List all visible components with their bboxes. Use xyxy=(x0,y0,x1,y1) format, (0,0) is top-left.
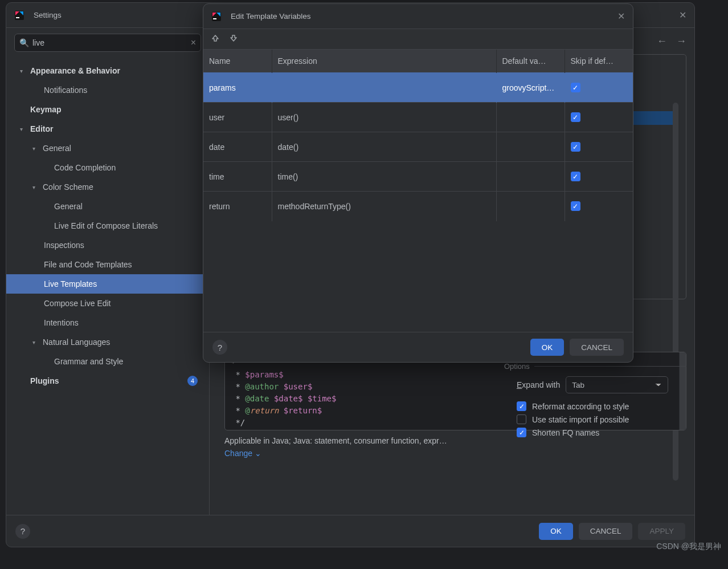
intellij-icon xyxy=(211,11,222,22)
variables-table: Name Expression Default va… Skip if def…… xyxy=(203,50,633,221)
cell-skip[interactable] xyxy=(565,103,633,132)
cell-default[interactable] xyxy=(496,192,565,221)
tree-plugins[interactable]: Plugins4 xyxy=(6,371,209,391)
cell-default[interactable]: groovyScript… xyxy=(496,73,565,103)
table-row[interactable]: datedate() xyxy=(203,132,633,162)
table-header: Name Expression Default va… Skip if def… xyxy=(203,50,633,73)
move-up-icon[interactable] xyxy=(211,34,224,44)
expand-with-select[interactable]: Tab xyxy=(566,376,668,393)
col-default[interactable]: Default va… xyxy=(496,50,565,73)
cell-expression[interactable]: time() xyxy=(272,162,496,192)
settings-tree: ▾Appearance & Behavior Notifications Key… xyxy=(6,58,209,515)
table-row[interactable]: returnmethodReturnType() xyxy=(203,192,633,221)
settings-sidebar: 🔍 × ▾Appearance & Behavior Notifications… xyxy=(6,28,210,515)
opt-reformat[interactable]: Reformat according to style xyxy=(517,401,686,411)
nav-forward-icon[interactable]: → xyxy=(676,35,686,47)
cell-skip[interactable] xyxy=(565,132,633,162)
tree-grammar-style[interactable]: Grammar and Style xyxy=(6,352,209,371)
chevron-down-icon: ⌄ xyxy=(255,449,261,458)
tree-intentions[interactable]: Intentions xyxy=(6,313,209,332)
checkbox-icon xyxy=(517,428,526,437)
dialog-footer: ? OK CANCEL xyxy=(203,332,633,362)
table-row[interactable]: useruser() xyxy=(203,103,633,132)
tree-general[interactable]: ▾General xyxy=(6,139,209,158)
settings-button-bar: ? OK CANCEL APPLY xyxy=(6,515,694,547)
help-icon[interactable]: ? xyxy=(15,524,30,539)
cell-name[interactable]: time xyxy=(203,162,272,192)
tree-inspections[interactable]: Inspections xyxy=(6,235,209,255)
tree-notifications[interactable]: Notifications xyxy=(6,80,209,100)
clear-search-icon[interactable]: × xyxy=(191,38,196,48)
tree-code-completion[interactable]: Code Completion xyxy=(6,158,209,177)
plugins-badge: 4 xyxy=(187,376,198,386)
expand-with-label: Expand with xyxy=(517,380,560,389)
dialog-close-icon[interactable]: ✕ xyxy=(617,11,625,22)
settings-ok-button[interactable]: OK xyxy=(539,523,573,540)
cell-name[interactable]: params xyxy=(203,73,272,103)
tree-color-scheme[interactable]: ▾Color Scheme xyxy=(6,177,209,197)
svg-rect-1 xyxy=(16,17,19,18)
cell-name[interactable]: user xyxy=(203,103,272,132)
code-line: */ xyxy=(231,418,245,427)
expand-with-row: Expand with Tab xyxy=(517,376,686,393)
table-row[interactable]: timetime() xyxy=(203,162,633,192)
dialog-ok-button[interactable]: OK xyxy=(530,339,565,356)
variables-table-wrap: Name Expression Default va… Skip if def…… xyxy=(203,50,633,332)
checkbox-icon xyxy=(571,172,580,181)
change-link[interactable]: Change ⌄ xyxy=(224,449,261,458)
cell-default[interactable] xyxy=(496,162,565,192)
cell-expression[interactable]: methodReturnType() xyxy=(272,192,496,221)
cell-expression[interactable]: user() xyxy=(272,103,496,132)
code-line: * $params$ xyxy=(231,370,284,379)
cell-default[interactable] xyxy=(496,103,565,132)
nav-back-icon[interactable]: ← xyxy=(657,35,667,47)
opt-use-static[interactable]: Use static import if possible xyxy=(517,414,686,424)
cell-skip[interactable] xyxy=(565,73,633,103)
checkbox-icon xyxy=(571,142,580,152)
move-down-icon[interactable] xyxy=(230,34,242,44)
settings-cancel-button[interactable]: CANCEL xyxy=(579,523,633,540)
tree-live-templates[interactable]: Live Templates xyxy=(6,274,209,294)
checkbox-icon xyxy=(571,112,580,122)
dialog-title: Edit Template Variables xyxy=(231,12,311,21)
dialog-titlebar: Edit Template Variables ✕ xyxy=(203,4,633,29)
search-box[interactable]: 🔍 × xyxy=(14,34,201,52)
cell-default[interactable] xyxy=(496,132,565,162)
dialog-help-icon[interactable]: ? xyxy=(212,340,227,355)
watermark: CSDN @我是男神 xyxy=(656,542,721,552)
code-line: * @return $return$ xyxy=(231,406,322,415)
settings-apply-button[interactable]: APPLY xyxy=(638,523,685,540)
tree-file-code-templates[interactable]: File and Code Templates xyxy=(6,255,209,274)
tree-cs-general[interactable]: General xyxy=(6,197,209,216)
table-row[interactable]: paramsgroovyScript… xyxy=(203,73,633,103)
checkbox-icon xyxy=(517,401,526,411)
col-name[interactable]: Name xyxy=(203,50,272,73)
cell-expression[interactable]: date() xyxy=(272,132,496,162)
tree-natural-languages[interactable]: ▾Natural Languages xyxy=(6,332,209,352)
tree-editor[interactable]: ▾Editor xyxy=(6,119,209,139)
settings-close-icon[interactable]: ✕ xyxy=(679,10,686,21)
search-input[interactable] xyxy=(32,38,191,47)
col-expression[interactable]: Expression xyxy=(272,50,496,73)
options-label: Options xyxy=(504,362,686,371)
dialog-cancel-button[interactable]: CANCEL xyxy=(570,339,624,356)
checkbox-icon xyxy=(571,83,580,92)
tree-compose-live-edit[interactable]: Compose Live Edit xyxy=(6,294,209,313)
checkbox-icon xyxy=(517,414,526,424)
cell-name[interactable]: return xyxy=(203,192,272,221)
cell-skip[interactable] xyxy=(565,162,633,192)
col-skip[interactable]: Skip if def… xyxy=(565,50,633,73)
intellij-icon xyxy=(14,10,24,21)
cell-name[interactable]: date xyxy=(203,132,272,162)
tree-live-edit-compose[interactable]: Live Edit of Compose Literals xyxy=(6,216,209,235)
settings-title: Settings xyxy=(34,11,62,19)
code-line: * @date $date$ $time$ xyxy=(231,394,336,403)
svg-rect-3 xyxy=(213,18,216,19)
cell-expression[interactable] xyxy=(272,73,496,103)
opt-shorten[interactable]: Shorten FQ names xyxy=(517,428,686,437)
edit-template-variables-dialog: Edit Template Variables ✕ Name Expressio… xyxy=(203,3,633,363)
tree-keymap[interactable]: Keymap xyxy=(6,100,209,119)
tree-appearance[interactable]: ▾Appearance & Behavior xyxy=(6,61,209,80)
cell-skip[interactable] xyxy=(565,192,633,221)
search-wrap: 🔍 × xyxy=(6,28,209,58)
